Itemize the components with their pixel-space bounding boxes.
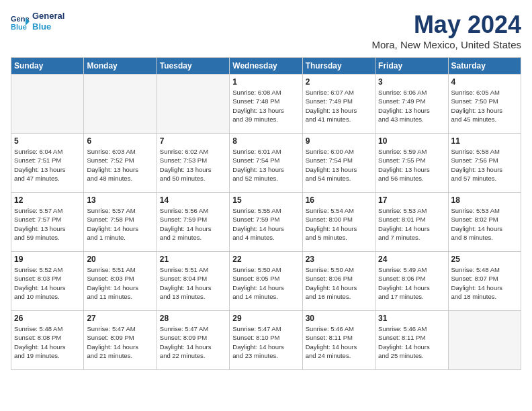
day-number: 30 bbox=[306, 314, 372, 323]
day-number: 14 bbox=[160, 195, 226, 205]
calendar-week-5: 26Sunrise: 5:48 AMSunset: 8:08 PMDayligh… bbox=[11, 311, 521, 370]
day-number: 12 bbox=[14, 195, 81, 205]
day-number: 4 bbox=[451, 77, 518, 87]
calendar-cell: 4Sunrise: 6:05 AMSunset: 7:50 PMDaylight… bbox=[448, 75, 521, 134]
calendar-cell: 5Sunrise: 6:04 AMSunset: 7:51 PMDaylight… bbox=[11, 134, 84, 193]
day-info: Sunrise: 5:46 AMSunset: 8:11 PMDaylight:… bbox=[306, 324, 372, 360]
calendar-cell: 3Sunrise: 6:06 AMSunset: 7:49 PMDaylight… bbox=[375, 75, 448, 134]
day-info: Sunrise: 5:47 AMSunset: 8:09 PMDaylight:… bbox=[87, 324, 153, 360]
svg-text:Blue: Blue bbox=[11, 23, 27, 31]
day-number: 18 bbox=[451, 195, 518, 205]
day-info: Sunrise: 6:04 AMSunset: 7:51 PMDaylight:… bbox=[14, 147, 81, 183]
day-number: 13 bbox=[87, 195, 153, 205]
day-info: Sunrise: 5:50 AMSunset: 8:06 PMDaylight:… bbox=[306, 265, 372, 301]
calendar-cell: 14Sunrise: 5:56 AMSunset: 7:59 PMDayligh… bbox=[157, 193, 229, 252]
day-info: Sunrise: 6:07 AMSunset: 7:49 PMDaylight:… bbox=[306, 88, 372, 124]
calendar-week-1: 1Sunrise: 6:08 AMSunset: 7:48 PMDaylight… bbox=[11, 75, 521, 134]
calendar-cell: 31Sunrise: 5:46 AMSunset: 8:11 PMDayligh… bbox=[375, 311, 448, 370]
day-number: 28 bbox=[160, 314, 226, 323]
calendar-cell: 28Sunrise: 5:47 AMSunset: 8:09 PMDayligh… bbox=[157, 311, 229, 370]
day-info: Sunrise: 5:51 AMSunset: 8:03 PMDaylight:… bbox=[87, 265, 153, 301]
calendar-cell bbox=[157, 75, 229, 134]
title-block: May 2024 Mora, New Mexico, United States bbox=[371, 11, 521, 50]
day-info: Sunrise: 5:47 AMSunset: 8:10 PMDaylight:… bbox=[232, 324, 299, 360]
calendar-cell: 27Sunrise: 5:47 AMSunset: 8:09 PMDayligh… bbox=[84, 311, 157, 370]
day-info: Sunrise: 5:49 AMSunset: 8:06 PMDaylight:… bbox=[378, 265, 445, 301]
logo: General Blue General Blue bbox=[11, 11, 64, 32]
day-info: Sunrise: 5:54 AMSunset: 8:00 PMDaylight:… bbox=[306, 206, 372, 242]
day-info: Sunrise: 5:55 AMSunset: 7:59 PMDaylight:… bbox=[232, 206, 299, 242]
calendar-cell: 19Sunrise: 5:52 AMSunset: 8:03 PMDayligh… bbox=[11, 252, 84, 311]
col-header-wednesday: Wednesday bbox=[230, 58, 302, 75]
day-number: 31 bbox=[378, 314, 445, 323]
calendar-cell: 11Sunrise: 5:58 AMSunset: 7:56 PMDayligh… bbox=[448, 134, 521, 193]
calendar-cell: 16Sunrise: 5:54 AMSunset: 8:00 PMDayligh… bbox=[302, 193, 375, 252]
day-number: 16 bbox=[306, 195, 372, 205]
day-info: Sunrise: 6:08 AMSunset: 7:48 PMDaylight:… bbox=[232, 88, 299, 124]
day-number: 2 bbox=[306, 77, 372, 87]
calendar-cell: 25Sunrise: 5:48 AMSunset: 8:07 PMDayligh… bbox=[448, 252, 521, 311]
day-number: 9 bbox=[306, 136, 372, 146]
calendar-week-4: 19Sunrise: 5:52 AMSunset: 8:03 PMDayligh… bbox=[11, 252, 521, 311]
calendar-cell: 9Sunrise: 6:00 AMSunset: 7:54 PMDaylight… bbox=[302, 134, 375, 193]
day-info: Sunrise: 5:56 AMSunset: 7:59 PMDaylight:… bbox=[160, 206, 226, 242]
calendar-cell: 23Sunrise: 5:50 AMSunset: 8:06 PMDayligh… bbox=[302, 252, 375, 311]
calendar-cell: 30Sunrise: 5:46 AMSunset: 8:11 PMDayligh… bbox=[302, 311, 375, 370]
calendar-header-row: SundayMondayTuesdayWednesdayThursdayFrid… bbox=[11, 58, 521, 75]
col-header-sunday: Sunday bbox=[11, 58, 84, 75]
day-number: 5 bbox=[14, 136, 81, 146]
calendar-cell: 1Sunrise: 6:08 AMSunset: 7:48 PMDaylight… bbox=[230, 75, 302, 134]
day-number: 3 bbox=[378, 77, 445, 87]
day-info: Sunrise: 5:53 AMSunset: 8:01 PMDaylight:… bbox=[378, 206, 445, 242]
calendar-cell: 26Sunrise: 5:48 AMSunset: 8:08 PMDayligh… bbox=[11, 311, 84, 370]
calendar-cell: 10Sunrise: 5:59 AMSunset: 7:55 PMDayligh… bbox=[375, 134, 448, 193]
day-number: 15 bbox=[232, 195, 299, 205]
day-info: Sunrise: 6:06 AMSunset: 7:49 PMDaylight:… bbox=[378, 88, 445, 124]
calendar-cell: 17Sunrise: 5:53 AMSunset: 8:01 PMDayligh… bbox=[375, 193, 448, 252]
day-number: 22 bbox=[232, 255, 299, 264]
day-number: 26 bbox=[14, 314, 81, 323]
calendar-cell: 24Sunrise: 5:49 AMSunset: 8:06 PMDayligh… bbox=[375, 252, 448, 311]
day-number: 11 bbox=[451, 136, 518, 146]
calendar-cell: 6Sunrise: 6:03 AMSunset: 7:52 PMDaylight… bbox=[84, 134, 157, 193]
calendar-cell: 20Sunrise: 5:51 AMSunset: 8:03 PMDayligh… bbox=[84, 252, 157, 311]
calendar-cell: 22Sunrise: 5:50 AMSunset: 8:05 PMDayligh… bbox=[230, 252, 302, 311]
day-number: 29 bbox=[232, 314, 299, 323]
day-number: 10 bbox=[378, 136, 445, 146]
col-header-thursday: Thursday bbox=[302, 58, 375, 75]
calendar-cell bbox=[11, 75, 84, 134]
day-number: 27 bbox=[87, 314, 153, 323]
calendar-cell bbox=[84, 75, 157, 134]
day-number: 24 bbox=[378, 255, 445, 264]
day-number: 1 bbox=[232, 77, 299, 87]
day-number: 6 bbox=[87, 136, 153, 146]
day-number: 8 bbox=[232, 136, 299, 146]
calendar-cell bbox=[448, 311, 521, 370]
calendar-subtitle: Mora, New Mexico, United States bbox=[371, 39, 521, 50]
calendar-body: 1Sunrise: 6:08 AMSunset: 7:48 PMDaylight… bbox=[11, 75, 521, 370]
day-number: 19 bbox=[14, 255, 81, 264]
day-info: Sunrise: 6:05 AMSunset: 7:50 PMDaylight:… bbox=[451, 88, 518, 124]
logo-text-line1: General bbox=[32, 11, 64, 21]
day-info: Sunrise: 5:47 AMSunset: 8:09 PMDaylight:… bbox=[160, 324, 226, 360]
day-info: Sunrise: 6:03 AMSunset: 7:52 PMDaylight:… bbox=[87, 147, 153, 183]
day-info: Sunrise: 5:57 AMSunset: 7:58 PMDaylight:… bbox=[87, 206, 153, 242]
col-header-friday: Friday bbox=[375, 58, 448, 75]
calendar-cell: 8Sunrise: 6:01 AMSunset: 7:54 PMDaylight… bbox=[230, 134, 302, 193]
calendar-cell: 2Sunrise: 6:07 AMSunset: 7:49 PMDaylight… bbox=[302, 75, 375, 134]
day-info: Sunrise: 5:57 AMSunset: 7:57 PMDaylight:… bbox=[14, 206, 81, 242]
day-info: Sunrise: 5:53 AMSunset: 8:02 PMDaylight:… bbox=[451, 206, 518, 242]
day-info: Sunrise: 6:01 AMSunset: 7:54 PMDaylight:… bbox=[232, 147, 299, 183]
logo-icon: General Blue bbox=[11, 12, 30, 31]
page-header: General Blue General Blue May 2024 Mora,… bbox=[11, 11, 521, 50]
day-info: Sunrise: 5:50 AMSunset: 8:05 PMDaylight:… bbox=[232, 265, 299, 301]
calendar-cell: 21Sunrise: 5:51 AMSunset: 8:04 PMDayligh… bbox=[157, 252, 229, 311]
day-info: Sunrise: 6:02 AMSunset: 7:53 PMDaylight:… bbox=[160, 147, 226, 183]
day-info: Sunrise: 5:58 AMSunset: 7:56 PMDaylight:… bbox=[451, 147, 518, 183]
day-info: Sunrise: 5:51 AMSunset: 8:04 PMDaylight:… bbox=[160, 265, 226, 301]
calendar-table: SundayMondayTuesdayWednesdayThursdayFrid… bbox=[11, 57, 521, 370]
calendar-week-2: 5Sunrise: 6:04 AMSunset: 7:51 PMDaylight… bbox=[11, 134, 521, 193]
col-header-saturday: Saturday bbox=[448, 58, 521, 75]
calendar-cell: 12Sunrise: 5:57 AMSunset: 7:57 PMDayligh… bbox=[11, 193, 84, 252]
calendar-title: May 2024 bbox=[371, 11, 521, 39]
